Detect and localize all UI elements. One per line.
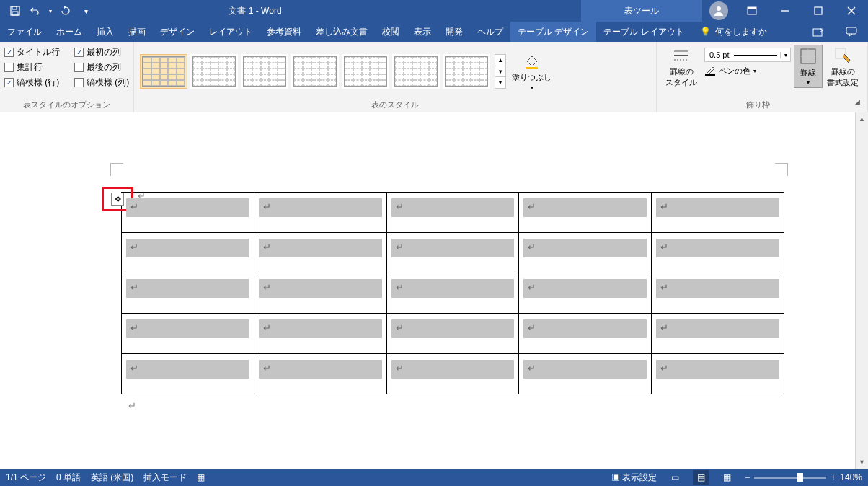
- zoom-level[interactable]: 140%: [840, 472, 862, 482]
- style-thumb-7[interactable]: [443, 54, 490, 89]
- paint-bucket-icon: [523, 52, 541, 71]
- tab-mailings[interactable]: 差し込み文書: [309, 22, 375, 42]
- gallery-up[interactable]: ▲: [495, 55, 505, 66]
- border-styles-icon: [672, 46, 691, 65]
- table-cell[interactable]: ↵: [519, 233, 652, 273]
- comments-button[interactable]: [835, 22, 868, 42]
- style-thumb-6[interactable]: [392, 54, 440, 89]
- table-cell[interactable]: ↵: [122, 233, 254, 273]
- view-print[interactable]: ▤: [693, 470, 709, 485]
- tab-file[interactable]: ファイル: [0, 22, 49, 42]
- chk-banded-cols[interactable]: 縞模様 (列): [74, 76, 129, 89]
- view-read[interactable]: ▭: [667, 470, 683, 485]
- zoom-in[interactable]: +: [831, 472, 836, 482]
- zoom-slider[interactable]: [754, 477, 826, 479]
- minimize-button[interactable]: [769, 0, 802, 22]
- chk-first-col[interactable]: ✓最初の列: [74, 46, 129, 58]
- svg-rect-1: [12, 6, 17, 9]
- vertical-scrollbar[interactable]: ▲ ▼: [855, 112, 868, 469]
- close-button[interactable]: [835, 0, 868, 22]
- table-cell[interactable]: ↵: [122, 314, 254, 354]
- status-mode[interactable]: 挿入モード: [143, 472, 187, 484]
- table-cell[interactable]: ↵: [652, 273, 784, 314]
- tab-home[interactable]: ホーム: [49, 22, 89, 42]
- style-thumb-4[interactable]: [291, 54, 339, 89]
- style-thumb-2[interactable]: [190, 54, 238, 89]
- border-styles-button[interactable]: 罫線の スタイル: [661, 45, 701, 89]
- redo-button[interactable]: [56, 2, 75, 19]
- chk-title-row[interactable]: ✓タイトル行: [4, 46, 60, 58]
- table-cell[interactable]: ↵: [122, 193, 254, 233]
- style-thumb-1[interactable]: [140, 54, 187, 89]
- window-controls: [702, 0, 868, 22]
- table-cell[interactable]: ↵: [652, 233, 784, 273]
- table-cell[interactable]: ↵: [519, 314, 652, 354]
- borders-button[interactable]: 罫線▾: [794, 45, 823, 88]
- table-cell[interactable]: ↵: [652, 354, 784, 394]
- maximize-button[interactable]: [802, 0, 835, 22]
- zoom-out[interactable]: −: [745, 472, 750, 482]
- svg-rect-11: [846, 27, 856, 34]
- tab-design[interactable]: デザイン: [153, 22, 202, 42]
- borders-launcher[interactable]: ◢: [855, 98, 863, 112]
- table-cell[interactable]: ↵: [386, 354, 519, 394]
- table-cell[interactable]: ↵: [652, 193, 784, 233]
- scroll-up[interactable]: ▲: [856, 112, 868, 125]
- table-cell[interactable]: ↵: [254, 273, 386, 314]
- tab-table-design[interactable]: テーブル デザイン: [510, 22, 596, 42]
- style-thumb-5[interactable]: [342, 54, 389, 89]
- tab-table-layout[interactable]: テーブル レイアウト: [596, 22, 691, 42]
- table-cell[interactable]: ↵: [254, 354, 386, 394]
- border-painter-icon: [833, 46, 852, 65]
- table-cell[interactable]: ↵: [254, 193, 386, 233]
- view-web[interactable]: ▦: [719, 470, 735, 485]
- tab-layout[interactable]: レイアウト: [202, 22, 260, 42]
- table-cell[interactable]: ↵: [519, 273, 652, 314]
- tab-review[interactable]: 校閲: [375, 22, 407, 42]
- tab-view[interactable]: 表示: [407, 22, 438, 42]
- chk-banded-rows[interactable]: ✓縞模様 (行): [4, 76, 60, 89]
- user-avatar[interactable]: [709, 1, 728, 20]
- tab-draw[interactable]: 描画: [121, 22, 153, 42]
- shading-button[interactable]: 塗りつぶし▾: [508, 50, 556, 92]
- undo-button[interactable]: [26, 2, 45, 19]
- undo-dropdown[interactable]: ▾: [46, 2, 55, 19]
- document-scroll[interactable]: ✥ ↵ ↵↵↵↵↵↵↵↵↵↵↵↵↵↵↵↵↵↵↵↵↵↵↵↵↵ ↵: [0, 112, 855, 469]
- style-thumb-3[interactable]: [241, 54, 288, 89]
- table-cell[interactable]: ↵: [519, 354, 652, 394]
- status-words[interactable]: 0 単語: [56, 472, 81, 484]
- status-lang[interactable]: 英語 (米国): [91, 472, 133, 484]
- table-cell[interactable]: ↵: [254, 314, 386, 354]
- document-table[interactable]: ↵↵↵↵↵↵↵↵↵↵↵↵↵↵↵↵↵↵↵↵↵↵↵↵↵: [121, 192, 784, 394]
- border-width-select[interactable]: 0.5 pt▾: [704, 48, 791, 62]
- margin-mark-tl: [110, 163, 123, 176]
- tab-help[interactable]: ヘルプ: [470, 22, 510, 42]
- tab-references[interactable]: 参考資料: [260, 22, 309, 42]
- table-cell[interactable]: ↵: [122, 354, 254, 394]
- status-page[interactable]: 1/1 ページ: [6, 472, 46, 484]
- table-cell[interactable]: ↵: [386, 314, 519, 354]
- share-button[interactable]: [802, 22, 835, 42]
- border-painter-button[interactable]: 罫線の 書式設定: [823, 45, 863, 89]
- table-cell[interactable]: ↵: [386, 193, 519, 233]
- display-settings[interactable]: ▣ 表示設定: [611, 472, 657, 484]
- chk-last-col[interactable]: 最後の列: [74, 61, 129, 74]
- gallery-more[interactable]: ▾: [495, 77, 505, 88]
- save-button[interactable]: [6, 2, 25, 19]
- tab-developer[interactable]: 開発: [438, 22, 470, 42]
- gallery-down[interactable]: ▼: [495, 66, 505, 78]
- ribbon-display-button[interactable]: [735, 0, 769, 22]
- table-cell[interactable]: ↵: [254, 233, 386, 273]
- table-cell[interactable]: ↵: [652, 314, 784, 354]
- table-cell[interactable]: ↵: [519, 193, 652, 233]
- tab-insert[interactable]: 挿入: [89, 22, 121, 42]
- table-cell[interactable]: ↵: [386, 273, 519, 314]
- qat-customize[interactable]: ▾: [76, 2, 95, 19]
- pen-color-button[interactable]: ペンの色▾: [704, 64, 791, 77]
- table-cell[interactable]: ↵: [122, 273, 254, 314]
- table-cell[interactable]: ↵: [386, 233, 519, 273]
- chk-total-row[interactable]: 集計行: [4, 61, 60, 74]
- scroll-down[interactable]: ▼: [856, 456, 868, 469]
- macro-icon[interactable]: ▦: [197, 472, 205, 482]
- tell-me-search[interactable]: 💡 何をしますか: [691, 22, 776, 42]
